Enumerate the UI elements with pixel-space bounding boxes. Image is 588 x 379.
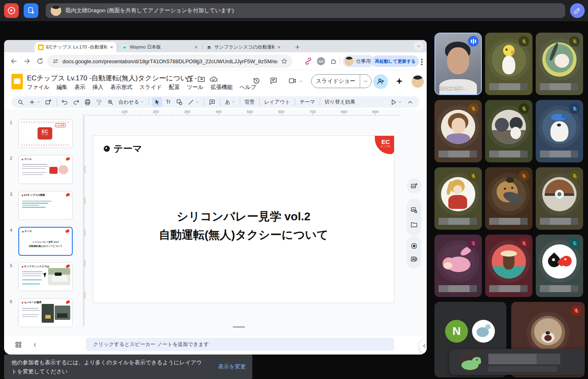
tab-close-icon[interactable]: × bbox=[277, 44, 281, 50]
toolbar-theme-button[interactable]: テーマ bbox=[298, 97, 317, 107]
participant-tile-anime-girl-green-hair[interactable] bbox=[536, 33, 583, 95]
speaker-notes-bar[interactable]: クリックするとスピーカー ノートを追加できます bbox=[86, 338, 394, 351]
toolbar-search-icon[interactable] bbox=[16, 97, 26, 107]
collapse-filmstrip-icon[interactable] bbox=[32, 342, 38, 348]
forward-icon[interactable] bbox=[23, 57, 31, 65]
browser-tab-2[interactable]: wWaymo 日本版× bbox=[118, 42, 201, 52]
toolbar-furigana-button[interactable]: あ bbox=[223, 97, 237, 107]
chevron-down-icon[interactable] bbox=[299, 79, 303, 84]
browser-tab-3[interactable]: nサンフランシスコの自動運転タク× bbox=[203, 42, 284, 52]
update-chrome-button[interactable]: 再起動して更新する bbox=[372, 55, 419, 67]
bookmark-star-icon[interactable] bbox=[281, 58, 287, 64]
toolbar-shape-icon[interactable] bbox=[174, 97, 185, 107]
toolbar-chev-up-icon[interactable] bbox=[405, 97, 415, 107]
site-settings-icon[interactable] bbox=[52, 58, 59, 64]
share-button[interactable] bbox=[373, 74, 388, 89]
document-title[interactable]: ECチップス Lv.170 -自動運転(無人)タクシーについて- bbox=[27, 73, 197, 83]
toolbar-paint-icon[interactable] bbox=[94, 97, 104, 107]
toolbar-textbox-button[interactable]: Tr bbox=[163, 97, 173, 107]
record-button[interactable] bbox=[4, 3, 19, 18]
toolbar-layout-button[interactable]: レイアウト bbox=[263, 97, 292, 107]
version-history-icon[interactable] bbox=[252, 77, 261, 85]
image-add-icon[interactable] bbox=[410, 182, 418, 190]
toolbar-cursor-icon[interactable] bbox=[152, 97, 162, 107]
slide-canvas[interactable]: テーマ EC チップス シリコンバレー見学 vol.2 自動運転(無人)タクシー… bbox=[93, 136, 394, 303]
participant-tile-person-glasses-illustration[interactable] bbox=[434, 100, 482, 162]
participant-tile-anime-blonde-red-coat[interactable] bbox=[434, 167, 482, 230]
slide-thumbnail-5[interactable]: サンフランシスコでは bbox=[18, 262, 73, 291]
menu-item-8[interactable]: ツール bbox=[187, 84, 204, 91]
participant-tile-djembe-drum[interactable] bbox=[485, 235, 532, 297]
menu-item-2[interactable]: 編集 bbox=[56, 84, 67, 91]
browser-menu-icon[interactable] bbox=[421, 59, 423, 66]
address-bar[interactable]: docs.google.com/presentation/d/18grT41Oh… bbox=[47, 55, 292, 68]
toolbar-fit-button[interactable]: 合わせる bbox=[117, 97, 146, 107]
menu-item-3[interactable]: 表示 bbox=[74, 84, 85, 91]
toolbar-print-icon[interactable] bbox=[82, 97, 93, 107]
participant-tile-slowpoke-pink[interactable] bbox=[434, 235, 482, 297]
chevron-down-icon[interactable] bbox=[363, 79, 368, 84]
slide-title-text[interactable]: シリコンバレー見学 vol.2 自動運転(無人)タクシーについて bbox=[93, 208, 394, 244]
screen-share-button[interactable] bbox=[24, 3, 38, 18]
image-search-icon[interactable] bbox=[410, 206, 418, 214]
reload-icon[interactable] bbox=[36, 57, 44, 65]
new-tab-button[interactable] bbox=[292, 42, 303, 52]
redacted-text-label bbox=[488, 366, 557, 372]
menu-item-6[interactable]: スライド bbox=[139, 84, 162, 91]
link-extension-icon[interactable] bbox=[304, 57, 312, 65]
slideshow-button[interactable]: スライドショー bbox=[311, 74, 372, 88]
menu-item-1[interactable]: ファイル bbox=[27, 84, 49, 91]
cam-person-icon[interactable] bbox=[410, 255, 418, 263]
participant-tile-platypus-cartoon[interactable] bbox=[485, 167, 532, 230]
speaker-video-tile[interactable]: 堀内文雄Dr... bbox=[434, 33, 482, 95]
print-icon bbox=[84, 99, 91, 106]
toolbar-zoomin-icon[interactable] bbox=[105, 97, 116, 107]
slide-thumbnail-3[interactable]: ECチップスの情報 bbox=[18, 191, 73, 220]
tab-search-chevron[interactable] bbox=[414, 41, 423, 51]
hide-panel-chevron[interactable] bbox=[419, 339, 427, 353]
grid-view-icon[interactable] bbox=[15, 341, 22, 348]
slide-thumbnail-4[interactable]: テーマシリコンバレー見学 vol.2自動運転(無人)タクシーについて bbox=[18, 227, 73, 256]
menu-item-4[interactable]: 挿入 bbox=[92, 84, 103, 91]
menu-item-7[interactable]: 配置 bbox=[169, 84, 180, 91]
tab-close-icon[interactable]: × bbox=[194, 44, 198, 50]
slide-thumbnail-2[interactable]: ゴール bbox=[18, 155, 73, 184]
menu-item-9[interactable]: 拡張機能 bbox=[211, 84, 233, 91]
participant-tile-pokeball-photo[interactable] bbox=[536, 167, 583, 230]
change-layout-link[interactable]: 表示を変更 bbox=[218, 362, 246, 371]
toolbar-line-icon[interactable] bbox=[186, 97, 201, 107]
star-document-icon[interactable] bbox=[185, 75, 193, 83]
participant-tile-cartoon-dog-blue-cap[interactable] bbox=[536, 100, 583, 162]
tab-close-icon[interactable]: × bbox=[110, 44, 113, 50]
back-icon[interactable] bbox=[10, 57, 18, 65]
gemini-sparkle-icon[interactable] bbox=[395, 77, 403, 85]
meet-camera-icon[interactable] bbox=[288, 77, 296, 85]
move-folder-icon[interactable] bbox=[197, 75, 205, 83]
participant-tile-cockatiel-bird[interactable] bbox=[485, 33, 532, 95]
toolbar-transition-button[interactable]: 切り替え効果 bbox=[323, 97, 357, 107]
mic-muted-icon bbox=[468, 238, 479, 248]
toolbar-slide-plus-icon[interactable] bbox=[43, 97, 53, 107]
slide-thumbnail-6[interactable]: センサーが優秀 bbox=[18, 298, 73, 327]
toolbar-comment-plus-icon[interactable] bbox=[207, 97, 217, 107]
toolbar-background-button[interactable]: 背景 bbox=[243, 97, 256, 107]
slide-thumbnail-1[interactable]: ECチップスLv.170 bbox=[18, 119, 73, 148]
comments-icon[interactable] bbox=[270, 77, 278, 85]
toolbar-undo-icon[interactable] bbox=[60, 97, 70, 107]
menu-item-5[interactable]: 表示形式 bbox=[110, 84, 132, 91]
md-extension-icon[interactable]: md bbox=[317, 57, 325, 65]
google-slides-logo[interactable] bbox=[11, 74, 23, 89]
annotate-button[interactable] bbox=[570, 3, 585, 18]
toolbar-redo-icon[interactable] bbox=[71, 97, 81, 107]
toolbar-pen-pointer-icon[interactable] bbox=[389, 97, 404, 107]
filmstrip-scrollbar[interactable] bbox=[83, 114, 85, 326]
record-icon[interactable] bbox=[410, 242, 418, 250]
toolbar-plus-icon[interactable] bbox=[27, 97, 42, 107]
browser-tab-1[interactable]: ECチップス Lv.170 -自動運転(無× bbox=[35, 42, 116, 52]
account-avatar[interactable] bbox=[412, 75, 424, 88]
participant-tile-fish-logo[interactable] bbox=[536, 235, 583, 297]
participant-tile-two-cats-photo[interactable] bbox=[485, 100, 532, 162]
extensions-puzzle-icon[interactable] bbox=[330, 57, 338, 65]
profile-chip[interactable]: 仕事用 bbox=[343, 55, 375, 67]
folder-icon[interactable] bbox=[410, 221, 418, 228]
